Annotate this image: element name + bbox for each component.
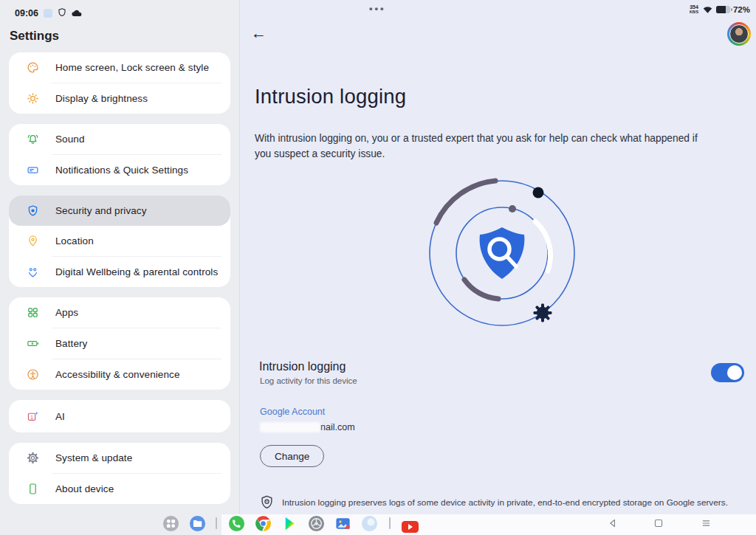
accessibility-icon	[27, 368, 39, 381]
sidebar-item-sound[interactable]: Sound	[9, 124, 230, 154]
privacy-shield-icon	[261, 495, 273, 512]
lens-app-icon[interactable]	[308, 515, 325, 532]
sidebar-group: Security and privacy Location Digital We…	[9, 196, 230, 287]
bell-icon	[27, 133, 39, 145]
wellbeing-icon	[27, 266, 39, 278]
ai-icon: 1	[27, 410, 39, 423]
battery-icon	[716, 6, 730, 14]
account-email: nail.com	[260, 421, 355, 432]
bottom-nav-bar	[221, 514, 756, 535]
redacted-email-part	[260, 422, 320, 432]
sidebar-item-ai[interactable]: 1 AI	[9, 400, 230, 432]
change-account-button[interactable]: Change	[260, 445, 324, 467]
nav-home-icon[interactable]	[651, 516, 666, 531]
sidebar-item-notifications[interactable]: Notifications & Quick Settings	[9, 155, 230, 185]
app-drawer-icon[interactable]	[162, 515, 179, 532]
sidebar-item-accessibility[interactable]: Accessibility & convenience	[9, 359, 230, 390]
wifi-icon	[702, 3, 713, 16]
app-badge-icon	[44, 9, 52, 18]
location-pin-icon	[27, 235, 39, 247]
notification-banner-icon	[27, 164, 39, 176]
apps-grid-icon	[27, 306, 39, 319]
window-drag-handle[interactable]: •••	[369, 3, 386, 14]
sidebar-item-battery[interactable]: Battery	[9, 328, 230, 359]
sidebar-group: System & update About device	[9, 443, 230, 504]
sidebar-item-label: AI	[55, 411, 65, 422]
page-description: With intrusion logging on, you or a trus…	[255, 131, 712, 162]
status-bar-left: 09:06	[0, 0, 239, 21]
sidebar-item-label: About device	[55, 483, 114, 494]
toggle-knob	[727, 365, 742, 380]
nav-recents-icon[interactable]	[698, 516, 713, 531]
palette-icon	[27, 61, 39, 74]
sidebar-item-label: Battery	[55, 338, 87, 349]
sidebar-item-display[interactable]: Display & brightness	[9, 83, 230, 114]
sidebar-item-label: Location	[55, 235, 94, 246]
sidebar-item-label: System & update	[55, 452, 132, 463]
chrome-icon[interactable]	[255, 515, 272, 532]
sidebar-item-apps[interactable]: Apps	[9, 297, 230, 328]
shield-magnifier-illustration	[399, 171, 605, 337]
toggle-row-subtitle: Log activity for this device	[260, 376, 357, 385]
dock-divider	[216, 517, 217, 529]
shield-icon	[58, 7, 66, 20]
cloud-icon	[72, 7, 82, 20]
avatar[interactable]	[727, 22, 751, 46]
settings-sidebar: 09:06 Settings Home screen, Lock screen …	[0, 0, 240, 535]
toggle-row-title: Intrusion logging	[259, 360, 346, 373]
globe-app-icon[interactable]	[361, 515, 378, 532]
status-bar-right: 354 KB/S 72%	[690, 3, 750, 16]
sidebar-item-about-device[interactable]: About device	[9, 474, 230, 504]
sidebar-item-label: Security and privacy	[55, 205, 147, 216]
sidebar-item-home-screen[interactable]: Home screen, Lock screen & style	[9, 52, 230, 83]
sidebar-group: 1 AI	[9, 400, 230, 432]
sidebar-item-label: Digital Wellbeing & parental controls	[55, 266, 218, 277]
play-store-icon[interactable]	[281, 515, 298, 532]
phone-icon	[27, 483, 39, 495]
dock-divider	[389, 517, 391, 529]
gear-icon	[27, 452, 39, 464]
youtube-icon[interactable]	[402, 518, 419, 535]
sidebar-item-security-privacy[interactable]: Security and privacy	[9, 196, 230, 226]
intrusion-logging-toggle[interactable]	[711, 363, 744, 382]
sidebar-item-label: Sound	[55, 134, 85, 145]
sidebar-item-location[interactable]: Location	[9, 226, 230, 256]
gear-orbit-icon	[534, 304, 552, 322]
phone-call-icon[interactable]	[228, 515, 245, 532]
svg-text:1: 1	[30, 414, 33, 419]
sun-icon	[27, 92, 39, 105]
sidebar-group: Sound Notifications & Quick Settings	[9, 124, 230, 185]
sidebar-item-label: Display & brightness	[55, 93, 148, 104]
intrusion-logging-panel: ••• 354 KB/S 72% ← Intrusion logging Wit…	[241, 0, 756, 535]
google-account-link[interactable]: Google Account	[260, 407, 325, 417]
sidebar-item-label: Apps	[55, 307, 78, 318]
page-heading: Intrusion logging	[255, 85, 406, 108]
avatar-photo	[729, 24, 749, 44]
network-speed: 354 KB/S	[690, 5, 698, 14]
clock: 09:06	[15, 8, 38, 18]
shield-search-icon	[480, 227, 525, 279]
photos-app-icon[interactable]	[334, 515, 351, 532]
page-title: Settings	[0, 21, 239, 52]
back-arrow-icon[interactable]: ←	[251, 24, 267, 42]
footer-note: Intrusion logging preserves logs of some…	[261, 495, 740, 512]
sidebar-item-system-update[interactable]: System & update	[9, 443, 230, 473]
nav-back-icon[interactable]	[605, 516, 620, 531]
shield-lock-icon	[27, 204, 39, 217]
battery-percent: 72%	[733, 5, 750, 14]
battery-icon	[27, 337, 39, 350]
sidebar-item-digital-wellbeing[interactable]: Digital Wellbeing & parental controls	[9, 257, 230, 287]
sidebar-group: Home screen, Lock screen & style Display…	[9, 52, 230, 114]
sidebar-item-label: Home screen, Lock screen & style	[55, 62, 209, 73]
sidebar-item-label: Accessibility & convenience	[55, 369, 180, 380]
sidebar-group: Apps Battery Accessibility & convenience	[9, 297, 230, 390]
settings-app-screen: 09:06 Settings Home screen, Lock screen …	[0, 0, 756, 535]
sidebar-item-label: Notifications & Quick Settings	[55, 165, 188, 176]
folder-icon[interactable]	[189, 515, 206, 532]
